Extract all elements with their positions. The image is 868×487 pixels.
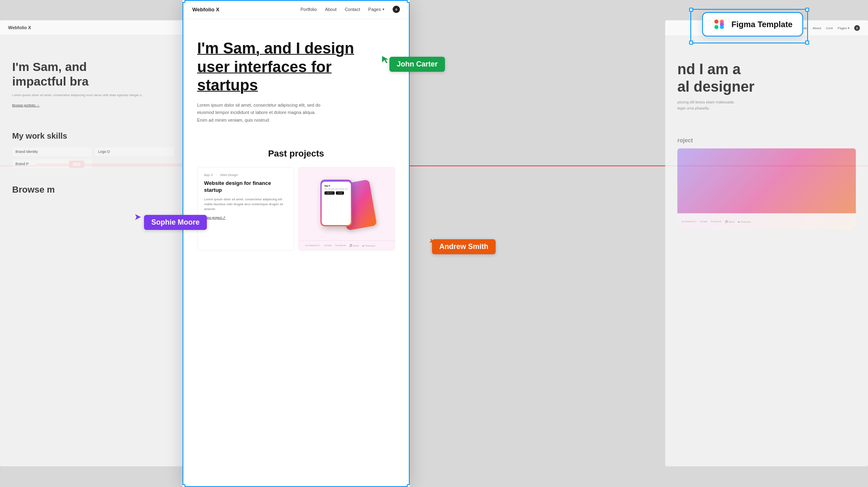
logo-google: Google xyxy=(324,244,332,247)
nav-link-contact[interactable]: Contact xyxy=(345,7,360,12)
main-hero-title: I'm Sam, and I design user interfaces fo… xyxy=(197,39,395,95)
project-tag-dot: · xyxy=(216,173,217,177)
right-hero-title: nd I am aal designer xyxy=(677,60,856,95)
right-projects-title: roject xyxy=(677,137,856,144)
nav-pages-label: Pages xyxy=(368,7,381,12)
project-tags-1: App X · Web Design xyxy=(204,173,287,177)
cursor-label-sophie-moore: Sophie Moore xyxy=(144,215,207,230)
project-desc-1: Lorem ipsum dolor sit amet, consectetur … xyxy=(204,197,287,212)
left-hero-title: I'm Sam, and impactful bra xyxy=(12,60,174,89)
main-nav: Webfolio X Portfolio About Contact Pages… xyxy=(183,0,410,19)
nav-link-about[interactable]: About xyxy=(325,7,337,12)
featured-logos: Google Facebook 🎵 Noble ◆ Pinterese xyxy=(324,244,375,247)
nav-pages-dropdown[interactable]: Pages ▾ xyxy=(368,7,385,12)
handle-bottom-left[interactable] xyxy=(183,484,185,487)
cursor-arrow-sophie-moore xyxy=(135,214,142,221)
nav-cart-icon[interactable]: 0 xyxy=(393,6,400,13)
left-nav-logo: Webfolio X xyxy=(8,25,31,30)
figma-badge-text: Figma Template xyxy=(731,20,793,29)
left-skills-title: My work skills xyxy=(12,131,174,141)
right-hero-desc: piscing elit lectus etiam malesuada tege… xyxy=(677,99,856,111)
cursor-arrow-john-carter xyxy=(382,56,390,64)
project-card-image-2: App X The next-generation finance app ⬇ … xyxy=(299,167,395,240)
cursor-label-john-carter: John Carter xyxy=(389,57,445,72)
main-nav-links: Portfolio About Contact Pages ▾ 0 xyxy=(301,6,400,13)
nav-pages-chevron: ▾ xyxy=(382,7,385,11)
svg-point-4 xyxy=(720,22,724,26)
view-project-link[interactable]: View project ↗ xyxy=(204,216,287,219)
handle-bottom-right[interactable] xyxy=(407,484,410,487)
project-card-2: App X The next-generation finance app ⬇ … xyxy=(298,167,395,251)
main-nav-logo: Webfolio X xyxy=(192,6,219,13)
main-hero-section: I'm Sam, and I design user interfaces fo… xyxy=(183,19,410,136)
nav-link-portfolio[interactable]: Portfolio xyxy=(301,7,317,12)
project-tag-app: App X xyxy=(204,173,213,177)
main-past-projects: Past projects App X · Web Design Website… xyxy=(183,136,410,263)
left-browse-m: Browse m xyxy=(0,176,187,203)
svg-rect-0 xyxy=(714,19,718,24)
project-tag-web: Web Design xyxy=(220,173,238,177)
phone-mockup: App X The next-generation finance app ⬇ … xyxy=(318,176,375,232)
right-nav-pages: Pages ▾ xyxy=(838,26,849,30)
right-page-preview: Portfolio About Cont Pages ▾ 0 nd I am a… xyxy=(665,20,868,466)
project-title-1: Website design for finance startup xyxy=(204,180,287,194)
skill-brand-p: Brand P xyxy=(12,159,92,168)
project-card-1: App X · Web Design Website design for fi… xyxy=(197,167,294,251)
left-hero-desc: Lorem ipsum dolor sit amet, consectetur … xyxy=(12,93,174,98)
left-browse-link: Browse portfolio → xyxy=(12,103,174,107)
card-featured-section: As featured in Google Facebook 🎵 Noble ◆… xyxy=(299,240,395,250)
right-nav-contact: Cont xyxy=(826,26,833,30)
featured-label: As featured in xyxy=(305,244,320,247)
skill-logo-design: Logo D xyxy=(95,147,174,156)
past-projects-title: Past projects xyxy=(197,148,395,159)
svg-rect-2 xyxy=(714,25,718,29)
skill-brand-identity: Brand Identity xyxy=(12,147,92,156)
svg-marker-5 xyxy=(382,56,389,63)
figma-icon xyxy=(713,18,726,31)
main-page: Webfolio X Portfolio About Contact Pages… xyxy=(183,0,410,487)
left-page-preview: Webfolio X I'm Sam, and impactful bra Lo… xyxy=(0,20,187,466)
main-hero-desc: Lorem ipsum dolor sit amet, consectetur … xyxy=(197,101,343,124)
logo-noble: 🎵 Noble xyxy=(349,244,359,247)
figma-template-badge: Figma Template xyxy=(702,12,803,36)
svg-marker-6 xyxy=(135,214,141,220)
projects-grid: App X · Web Design Website design for fi… xyxy=(197,167,395,251)
hero-underline-text: user interfaces xyxy=(197,58,307,75)
logo-pinterese: ◆ Pinterese xyxy=(362,244,375,247)
cursor-label-andrew-smith: Andrew Smith xyxy=(432,239,496,254)
left-skills-grid: Brand Identity Logo D Brand P xyxy=(12,147,174,168)
logo-facebook: Facebook xyxy=(335,244,346,247)
right-nav-about: About xyxy=(812,26,821,30)
